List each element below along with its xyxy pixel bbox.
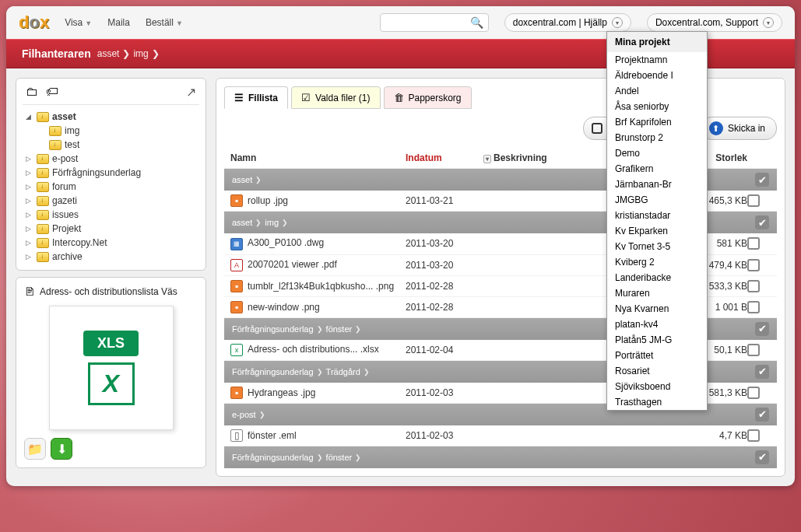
logo[interactable]: dox bbox=[19, 12, 49, 33]
document-icon: 🖹 bbox=[24, 285, 35, 298]
group-check[interactable]: ✔ bbox=[755, 365, 769, 379]
file-row[interactable]: ▯fönster .eml 2011-02-03 4,7 KB bbox=[224, 425, 777, 446]
group-check[interactable]: ✔ bbox=[755, 450, 769, 464]
file-name: Adress- och distributions... .xlsx bbox=[248, 344, 379, 355]
menu-maila[interactable]: Maila bbox=[107, 17, 130, 28]
menu-bestall[interactable]: Beställ▼ bbox=[146, 17, 183, 28]
tree-item[interactable]: ▷issues bbox=[23, 208, 199, 222]
chevron-down-icon: ▼ bbox=[763, 17, 774, 28]
project-item[interactable]: Åsa seniorby bbox=[607, 99, 707, 114]
file-checkbox[interactable] bbox=[747, 301, 760, 313]
project-item[interactable]: Sjöviksboend bbox=[607, 379, 707, 394]
file-checkbox[interactable] bbox=[747, 344, 760, 356]
search-icon[interactable]: 🔍 bbox=[470, 16, 483, 29]
file-icon: ▪ bbox=[230, 194, 243, 207]
file-icon: ▯ bbox=[230, 429, 243, 442]
tree-item[interactable]: ▷forum bbox=[23, 180, 199, 194]
project-item[interactable]: Andel bbox=[607, 83, 707, 99]
sort-icon[interactable]: ▾ bbox=[483, 155, 491, 163]
popout-icon[interactable]: ↗ bbox=[186, 85, 196, 100]
project-item[interactable]: Trasthagen bbox=[607, 394, 707, 410]
tag-view-icon[interactable]: 🏷 bbox=[46, 85, 58, 100]
file-preview: XLS X bbox=[49, 306, 174, 430]
project-item[interactable]: kristianstadar bbox=[607, 208, 707, 223]
search-input[interactable] bbox=[385, 17, 470, 29]
list-icon: ☰ bbox=[234, 92, 244, 103]
project-item[interactable]: Äldreboende I bbox=[607, 68, 707, 83]
file-checkbox[interactable] bbox=[747, 194, 760, 207]
file-name: fönster .eml bbox=[248, 430, 297, 441]
menu-visa[interactable]: Visa▼ bbox=[65, 17, 92, 28]
project-item[interactable]: Landeribacke bbox=[607, 270, 707, 285]
project-item[interactable]: Brf Kaprifolen bbox=[607, 114, 707, 130]
user-dropdown[interactable]: Doxcentral.com, Support ▼ bbox=[647, 13, 782, 32]
projects-dropdown[interactable]: Mina projekt ProjektnamnÄldreboende IAnd… bbox=[606, 31, 708, 411]
file-checkbox[interactable] bbox=[747, 387, 760, 399]
project-item[interactable]: Järnbanan-Br bbox=[607, 177, 707, 192]
project-item[interactable]: Nya Kvarnen bbox=[607, 301, 707, 317]
project-item[interactable]: Rosariet bbox=[607, 363, 707, 379]
project-item[interactable]: Platån5 JM-G bbox=[607, 332, 707, 348]
page-title: Filhanteraren bbox=[22, 47, 91, 60]
tree-item-asset[interactable]: ◢asset bbox=[23, 110, 199, 124]
help-dropdown[interactable]: doxcentral.com | Hjällp ▼ bbox=[504, 13, 631, 32]
tree-item[interactable]: ▷Intercopy.Net bbox=[23, 236, 199, 250]
group-header[interactable]: Förfrågningsunderlag❯fönster❯✔ bbox=[224, 446, 777, 468]
skicka-button[interactable]: ⬆Skicka in bbox=[701, 117, 777, 140]
project-item[interactable]: JMGBG bbox=[607, 192, 707, 208]
folder-view-icon[interactable]: 🗀 bbox=[26, 85, 38, 100]
col-name[interactable]: Namn bbox=[230, 152, 406, 163]
project-item[interactable]: Projektnamn bbox=[607, 52, 707, 68]
project-item[interactable]: Porträttet bbox=[607, 348, 707, 363]
group-check[interactable]: ✔ bbox=[755, 215, 769, 229]
project-item[interactable]: Muraren bbox=[607, 285, 707, 301]
open-folder-button[interactable]: 📁 bbox=[24, 438, 46, 460]
projects-header: Mina projekt bbox=[607, 32, 707, 52]
tree-item[interactable]: ▷gazeti bbox=[23, 194, 199, 208]
file-icon: ▪ bbox=[230, 387, 243, 399]
project-item[interactable]: Brunstorp 2 bbox=[607, 130, 707, 145]
group-check[interactable]: ✔ bbox=[755, 408, 769, 422]
preview-title: 🖹 Adress- och distributionslista Väs bbox=[24, 285, 198, 298]
tab-fillista[interactable]: ☰Fillista bbox=[224, 86, 288, 109]
file-date: 2011-02-28 bbox=[406, 281, 483, 292]
trash-icon: 🗑 bbox=[394, 92, 404, 103]
tree-item[interactable]: img bbox=[35, 124, 199, 138]
chevron-down-icon: ▼ bbox=[612, 17, 623, 28]
file-checkbox[interactable] bbox=[747, 237, 760, 250]
group-check[interactable]: ✔ bbox=[755, 173, 769, 187]
project-item[interactable]: Grafikern bbox=[607, 161, 707, 177]
tree-item[interactable]: test bbox=[35, 138, 199, 152]
project-item[interactable]: Kv Ekparken bbox=[607, 223, 707, 239]
upload-icon: ⬆ bbox=[709, 121, 723, 135]
tree-item[interactable]: ▷archive bbox=[23, 250, 199, 264]
group-check[interactable]: ✔ bbox=[755, 322, 769, 336]
project-item[interactable]: Demo bbox=[607, 145, 707, 161]
file-name: rollup .jpg bbox=[248, 195, 288, 206]
file-icon: ▪ bbox=[230, 280, 243, 292]
tree-item[interactable]: ▷e-post bbox=[23, 152, 199, 166]
file-name: A300_P0100 .dwg bbox=[248, 237, 324, 248]
file-checkbox[interactable] bbox=[747, 429, 760, 442]
file-name: Hydrangeas .jpg bbox=[248, 387, 315, 398]
project-item[interactable]: Kv Tornet 3-5 bbox=[607, 239, 707, 254]
square-icon bbox=[592, 123, 603, 134]
tab-valda[interactable]: ☑Valda filer (1) bbox=[291, 86, 380, 109]
project-item[interactable]: Kviberg 2 bbox=[607, 254, 707, 270]
file-date: 2011-03-20 bbox=[406, 260, 483, 271]
col-date[interactable]: Indatum bbox=[406, 152, 483, 163]
project-item[interactable]: platan-kv4 bbox=[607, 317, 707, 332]
file-size: 4,7 KB bbox=[685, 430, 747, 441]
file-name: 20070201 viewer .pdf bbox=[248, 259, 337, 270]
file-date: 2011-03-20 bbox=[406, 238, 483, 249]
search-box[interactable]: 🔍 bbox=[380, 13, 489, 32]
tree-item[interactable]: ▷Förfrågningsunderlag bbox=[23, 166, 199, 180]
file-date: 2011-02-03 bbox=[406, 387, 483, 398]
file-date: 2011-02-03 bbox=[406, 430, 483, 441]
file-checkbox[interactable] bbox=[747, 280, 760, 292]
tree-item[interactable]: ▷Projekt bbox=[23, 222, 199, 236]
tab-papperskorg[interactable]: 🗑Papperskorg bbox=[384, 86, 472, 109]
file-checkbox[interactable] bbox=[747, 259, 760, 271]
download-button[interactable]: ⬇ bbox=[51, 438, 72, 460]
check-icon: ☑ bbox=[301, 92, 311, 103]
